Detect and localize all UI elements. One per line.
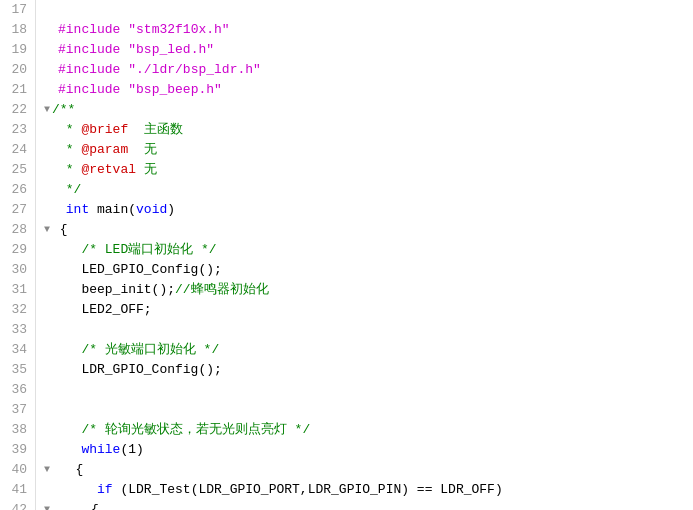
fold-icon[interactable]: ▼ <box>44 500 50 510</box>
code-content: * @param 无 <box>58 140 157 160</box>
code-content: #include "stm32f10x.h" <box>58 20 230 40</box>
code-content: while(1) <box>58 440 144 460</box>
code-content: */ <box>58 180 81 200</box>
line-number: 24 <box>8 140 27 160</box>
code-content: { <box>52 220 68 240</box>
code-line: #include "bsp_led.h" <box>44 40 693 60</box>
code-line: ▼ { <box>44 500 693 510</box>
code-content: LDR_GPIO_Config(); <box>58 360 222 380</box>
code-content: { <box>52 500 99 510</box>
code-content: if (LDR_Test(LDR_GPIO_PORT,LDR_GPIO_PIN)… <box>58 480 503 500</box>
line-number: 21 <box>8 80 27 100</box>
code-line: ▼ { <box>44 220 693 240</box>
code-content: #include "bsp_beep.h" <box>58 80 222 100</box>
line-number: 40 <box>8 460 27 480</box>
line-number: 23 <box>8 120 27 140</box>
code-line: */ <box>44 180 693 200</box>
line-number: 19 <box>8 40 27 60</box>
code-line <box>44 0 693 20</box>
code-content: { <box>52 460 83 480</box>
code-area[interactable]: #include "stm32f10x.h"#include "bsp_led.… <box>36 0 693 510</box>
line-number: 29 <box>8 240 27 260</box>
code-line: while(1) <box>44 440 693 460</box>
code-line: /* 光敏端口初始化 */ <box>44 340 693 360</box>
code-line: beep_init();//蜂鸣器初始化 <box>44 280 693 300</box>
line-number: 26 <box>8 180 27 200</box>
code-line: if (LDR_Test(LDR_GPIO_PORT,LDR_GPIO_PIN)… <box>44 480 693 500</box>
code-line: LED_GPIO_Config(); <box>44 260 693 280</box>
line-number: 37 <box>8 400 27 420</box>
code-line: ▼/** <box>44 100 693 120</box>
code-content: * @retval 无 <box>58 160 157 180</box>
code-content: LED_GPIO_Config(); <box>58 260 222 280</box>
code-container: 1718192021222324252627282930313233343536… <box>0 0 693 510</box>
line-number: 32 <box>8 300 27 320</box>
code-content: /* 轮询光敏状态，若无光则点亮灯 */ <box>58 420 310 440</box>
fold-icon[interactable]: ▼ <box>44 460 50 480</box>
line-number: 39 <box>8 440 27 460</box>
line-number: 17 <box>8 0 27 20</box>
code-content: * @brief 主函数 <box>58 120 183 140</box>
line-number: 20 <box>8 60 27 80</box>
code-line: #include "./ldr/bsp_ldr.h" <box>44 60 693 80</box>
code-line: LDR_GPIO_Config(); <box>44 360 693 380</box>
code-editor: 1718192021222324252627282930313233343536… <box>0 0 693 510</box>
line-number: 25 <box>8 160 27 180</box>
code-line: * @brief 主函数 <box>44 120 693 140</box>
line-number: 22 <box>8 100 27 120</box>
fold-icon[interactable]: ▼ <box>44 220 50 240</box>
line-number: 33 <box>8 320 27 340</box>
line-number: 28 <box>8 220 27 240</box>
line-number: 30 <box>8 260 27 280</box>
code-content: /* LED端口初始化 */ <box>58 240 217 260</box>
code-line: LED2_OFF; <box>44 300 693 320</box>
code-line <box>44 380 693 400</box>
code-line: /* 轮询光敏状态，若无光则点亮灯 */ <box>44 420 693 440</box>
code-line: #include "stm32f10x.h" <box>44 20 693 40</box>
line-numbers: 1718192021222324252627282930313233343536… <box>0 0 36 510</box>
line-number: 38 <box>8 420 27 440</box>
line-number: 18 <box>8 20 27 40</box>
code-content <box>58 0 66 20</box>
code-content: #include "./ldr/bsp_ldr.h" <box>58 60 261 80</box>
code-content: #include "bsp_led.h" <box>58 40 214 60</box>
line-number: 31 <box>8 280 27 300</box>
code-line: * @param 无 <box>44 140 693 160</box>
line-number: 27 <box>8 200 27 220</box>
line-number: 42 <box>8 500 27 510</box>
code-line: int main(void) <box>44 200 693 220</box>
code-content: /* 光敏端口初始化 */ <box>58 340 219 360</box>
code-line <box>44 400 693 420</box>
line-number: 36 <box>8 380 27 400</box>
fold-icon[interactable]: ▼ <box>44 100 50 120</box>
line-number: 34 <box>8 340 27 360</box>
code-content <box>58 400 66 420</box>
code-line: #include "bsp_beep.h" <box>44 80 693 100</box>
code-line: ▼ { <box>44 460 693 480</box>
line-number: 41 <box>8 480 27 500</box>
code-content <box>58 380 66 400</box>
code-content: beep_init();//蜂鸣器初始化 <box>58 280 269 300</box>
line-number: 35 <box>8 360 27 380</box>
code-line: /* LED端口初始化 */ <box>44 240 693 260</box>
code-content <box>58 320 66 340</box>
code-content: LED2_OFF; <box>58 300 152 320</box>
code-line <box>44 320 693 340</box>
code-content: int main(void) <box>58 200 175 220</box>
code-content: /** <box>52 100 75 120</box>
code-line: * @retval 无 <box>44 160 693 180</box>
